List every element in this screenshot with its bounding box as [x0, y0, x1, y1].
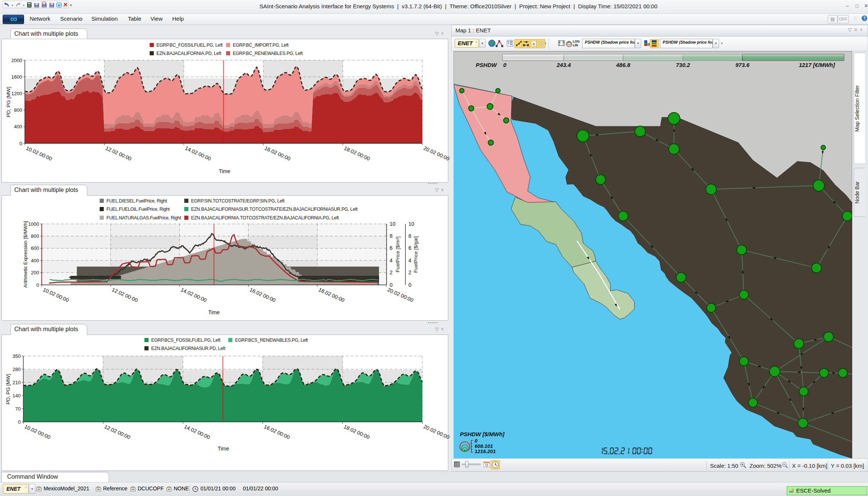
svg-text:EZN.BAJACALIFORNIA.PD, Left: EZN.BAJACALIFORNIA.PD, Left — [156, 51, 222, 56]
svg-text:Time: Time — [218, 446, 229, 452]
svg-text:FuelPrice [$/m³]: FuelPrice [$/m³] — [395, 236, 401, 272]
svg-text:PD, PG [MW]: PD, PG [MW] — [5, 374, 11, 405]
svg-text:10.02 00:00: 10.02 00:00 — [42, 286, 70, 303]
svg-text:16.02 00:00: 16.02 00:00 — [249, 286, 276, 303]
svg-text:EGRP.BC_FOSSILFUEL.PG, Left: EGRP.BC_FOSSILFUEL.PG, Left — [156, 43, 223, 48]
svg-text:0: 0 — [20, 141, 22, 146]
svg-text:730.2: 730.2 — [676, 62, 690, 68]
svg-text:EZN.BAJACALIFORNIA.TOTCOSTRATE: EZN.BAJACALIFORNIA.TOTCOSTRATE/EZN.BAJAC… — [191, 215, 339, 221]
svg-text:Time: Time — [208, 309, 220, 315]
svg-text:EGRP.SIN.TOTCOSTRATE/EGRP.SIN.: EGRP.SIN.TOTCOSTRATE/EGRP.SIN.PG, Left — [191, 198, 285, 204]
svg-text:10: 10 — [408, 221, 414, 227]
svg-text:20.02 00:00: 20.02 00:00 — [423, 423, 450, 440]
svg-text:10.02 00:00: 10.02 00:00 — [25, 145, 53, 162]
svg-text:800: 800 — [31, 233, 39, 239]
svg-text:0: 0 — [36, 282, 39, 288]
svg-text:FUEL.FUELOIL.FuelPrice, Right: FUEL.FUELOIL.FuelPrice, Right — [106, 207, 170, 212]
svg-text:18.02 00:00: 18.02 00:00 — [343, 423, 371, 440]
svg-text:0: 0 — [475, 438, 478, 444]
svg-text:0: 0 — [390, 282, 393, 288]
svg-text:EGRP.BC_RENEWABLES.PG, Left: EGRP.BC_RENEWABLES.PG, Left — [233, 51, 303, 56]
svg-text:FUEL.NATURALGAS.FuelPrice, Rig: FUEL.NATURALGAS.FuelPrice, Right — [106, 215, 181, 221]
svg-text:20.02 00:00: 20.02 00:00 — [387, 286, 414, 303]
svg-text:608.101: 608.101 — [475, 443, 493, 449]
svg-text:1000: 1000 — [28, 221, 39, 227]
svg-text:16.02 00:00: 16.02 00:00 — [263, 423, 291, 440]
svg-text:EZN.BAJACALIFORNIASUR.TOTCOSTR: EZN.BAJACALIFORNIASUR.TOTCOSTRATE/EZN.BA… — [191, 207, 358, 212]
svg-text:0: 0 — [18, 419, 21, 425]
svg-text:Arithmetic Expression [$/MWh]: Arithmetic Expression [$/MWh] — [23, 221, 28, 288]
svg-text:10.02 00:00: 10.02 00:00 — [24, 423, 52, 440]
svg-text:1217 [€/MWh]: 1217 [€/MWh] — [799, 62, 835, 68]
svg-text:140: 140 — [12, 393, 21, 399]
svg-text:600: 600 — [31, 245, 39, 251]
svg-text:18.02 00:00: 18.02 00:00 — [343, 145, 371, 162]
svg-text:400: 400 — [31, 258, 39, 263]
svg-text:EGRP.BCS_RENEWABLES.PG, Left: EGRP.BCS_RENEWABLES.PG, Left — [235, 338, 308, 343]
svg-text:14.02 00:00: 14.02 00:00 — [184, 145, 212, 162]
svg-text:2: 2 — [390, 269, 393, 275]
svg-text:8: 8 — [390, 233, 393, 239]
svg-text:EGRP.BC_IMPORT.PG, Left: EGRP.BC_IMPORT.PG, Left — [233, 43, 289, 48]
svg-text:973.6: 973.6 — [735, 62, 750, 68]
svg-text:6: 6 — [408, 245, 411, 251]
svg-text:Time: Time — [219, 168, 231, 174]
svg-text:4: 4 — [390, 257, 393, 263]
svg-text:12.02 00:00: 12.02 00:00 — [103, 423, 131, 440]
svg-text:0: 0 — [408, 282, 411, 288]
svg-text:280: 280 — [12, 367, 21, 372]
svg-text:1600: 1600 — [11, 74, 22, 80]
svg-text:12.02 00:00: 12.02 00:00 — [111, 286, 139, 303]
svg-text:14.02 00:00: 14.02 00:00 — [180, 286, 208, 303]
svg-text:1216.201: 1216.201 — [475, 449, 496, 454]
svg-text:4: 4 — [408, 257, 411, 263]
svg-text:2000: 2000 — [11, 58, 22, 63]
svg-text:400: 400 — [14, 124, 22, 129]
svg-text:8: 8 — [408, 233, 411, 239]
svg-text:800: 800 — [14, 107, 22, 113]
svg-text:243.4: 243.4 — [556, 62, 571, 68]
svg-text:16.02 00:00: 16.02 00:00 — [264, 145, 291, 162]
svg-text:1200: 1200 — [11, 91, 22, 96]
svg-text:0: 0 — [503, 62, 507, 68]
svg-text:PSHDW: PSHDW — [476, 62, 498, 68]
svg-text:EZN.BAJACALIFORNIASUR.PD, Left: EZN.BAJACALIFORNIASUR.PD, Left — [151, 346, 226, 351]
svg-text:12.02 00:00: 12.02 00:00 — [105, 145, 132, 162]
svg-text:EGRP.BCS_FOSSILFUEL.PG, Left: EGRP.BCS_FOSSILFUEL.PG, Left — [151, 338, 221, 343]
svg-text:2: 2 — [408, 269, 411, 275]
svg-text:6: 6 — [390, 245, 393, 251]
svg-text:∞: ∞ — [58, 3, 61, 7]
svg-text:FUEL.DIESEL.FuelPrice, Right: FUEL.DIESEL.FuelPrice, Right — [106, 198, 167, 204]
svg-text:FuelPrice [$/gal]: FuelPrice [$/gal] — [413, 236, 419, 273]
svg-text:PD, PG [MW]: PD, PG [MW] — [6, 87, 11, 117]
svg-text:10: 10 — [390, 221, 396, 227]
svg-text:200: 200 — [31, 270, 39, 275]
svg-text:PSHDW [$/MWh]: PSHDW [$/MWh] — [460, 431, 505, 437]
svg-text:20.02 00:00: 20.02 00:00 — [423, 145, 450, 162]
svg-text:14.02 00:00: 14.02 00:00 — [183, 423, 211, 440]
svg-text:70: 70 — [15, 406, 21, 412]
svg-text:210: 210 — [12, 380, 21, 385]
svg-text:486.8: 486.8 — [616, 62, 630, 68]
svg-text:350: 350 — [12, 353, 21, 359]
svg-text:18.02 00:00: 18.02 00:00 — [318, 286, 346, 303]
